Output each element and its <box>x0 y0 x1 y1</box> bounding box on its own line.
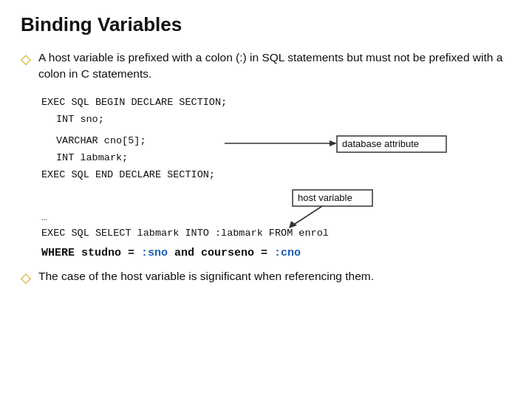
bind-cno: :cno <box>274 247 301 259</box>
code-region-1: EXEC SQL BEGIN DECLARE SECTION; INT sno;… <box>21 95 511 211</box>
code-line-exec-begin: EXEC SQL BEGIN DECLARE SECTION; <box>41 95 511 112</box>
and-text: and <box>168 247 201 259</box>
code-line-exec-end: EXEC SQL END DECLARE SECTION; <box>41 167 511 184</box>
bullet-text-2: The case of the host variable is signifi… <box>38 268 374 284</box>
ellipsis-line: … <box>41 211 511 225</box>
code-block-end-declare: EXEC SQL END DECLARE SECTION; <box>41 167 511 184</box>
bullet-row-2: ◇ The case of the host variable is signi… <box>21 268 511 286</box>
code-line-int-sno: INT sno; <box>56 112 511 129</box>
bullet-row-1: ◇ A host variable is prefixed with a col… <box>21 50 511 83</box>
code-line-labmark: INT labmark; <box>56 150 511 167</box>
diamond-icon-2: ◇ <box>21 270 31 286</box>
diamond-icon-1: ◇ <box>21 51 31 67</box>
code-line-varchar: VARCHAR cno[5]; <box>56 133 511 150</box>
svg-text:host variable: host variable <box>298 192 352 203</box>
svg-rect-4 <box>293 190 372 206</box>
select-line: EXEC SQL SELECT labmark INTO :labmark FR… <box>41 225 511 242</box>
bullet-text-1: A host variable is prefixed with a colon… <box>38 50 511 83</box>
where-keyword: WHERE studno = <box>41 247 141 259</box>
bind-sno: :sno <box>141 247 168 259</box>
page-title: Binding Variables <box>21 13 511 36</box>
bullet-section-1: ◇ A host variable is prefixed with a col… <box>21 50 511 83</box>
code-block-1: EXEC SQL BEGIN DECLARE SECTION; INT sno; <box>41 95 511 129</box>
courseno-text: courseno = <box>201 247 274 259</box>
where-line: WHERE studno = :sno and courseno = :cno <box>41 244 511 263</box>
